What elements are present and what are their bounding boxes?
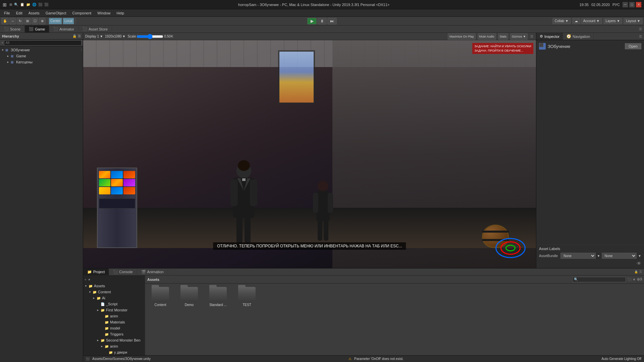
scale-tool[interactable]: ⊞ bbox=[24, 18, 31, 24]
rect-tool[interactable]: ☐ bbox=[32, 18, 38, 24]
tree-assets-root[interactable]: ▼ 📁 Assets bbox=[83, 283, 145, 289]
navigation-tab[interactable]: 🧭 Navigation bbox=[563, 33, 594, 40]
arrow-second-monster: ► bbox=[97, 339, 101, 342]
label-script: _Script bbox=[106, 302, 117, 306]
tab-asset-store[interactable]: ⬛ Asset Store bbox=[78, 25, 112, 33]
assets-star-icon[interactable]: ★ bbox=[633, 278, 636, 281]
step-button[interactable]: ⏭ bbox=[327, 18, 337, 24]
asset-bundle-value-dropdown[interactable]: None bbox=[602, 253, 637, 259]
add-icon-assets[interactable]: + bbox=[85, 278, 87, 282]
svg-rect-14 bbox=[318, 221, 322, 241]
local-button[interactable]: Local bbox=[63, 18, 74, 24]
tree-anim-1[interactable]: 📁 anim bbox=[83, 313, 145, 319]
favorites-icon[interactable]: ★ bbox=[88, 278, 91, 281]
hierarchy-search-input[interactable] bbox=[4, 40, 82, 46]
icon-game: ⊞ bbox=[11, 54, 15, 58]
layers-button[interactable]: Layers ▼ bbox=[603, 18, 623, 24]
tree-model-1[interactable]: 📁 model bbox=[83, 325, 145, 331]
tree-u-dveri[interactable]: 📁 у двери bbox=[83, 349, 145, 355]
assets-view-icon1[interactable]: ⬛ bbox=[627, 278, 631, 281]
tab-animator[interactable]: ⬛ Animator bbox=[49, 25, 78, 33]
right-panel-more[interactable]: ☰ bbox=[637, 33, 644, 40]
menu-bar: File Edit Assets GameObject Component Wi… bbox=[0, 9, 644, 17]
taskbar-icon-2[interactable]: 🔍 bbox=[14, 3, 18, 6]
taskbar-icon-4[interactable]: 📁 bbox=[26, 3, 30, 6]
tree-script[interactable]: 📄 _Script bbox=[83, 301, 145, 307]
layout-button[interactable]: Layout ▼ bbox=[624, 18, 643, 24]
asset-folder-standard[interactable]: Standard ... bbox=[206, 287, 230, 307]
hierarchy-more-icon[interactable]: ☰ bbox=[78, 34, 81, 38]
play-button[interactable]: ▶ bbox=[307, 18, 317, 24]
center-button[interactable]: Center bbox=[49, 18, 62, 24]
menu-gameobject[interactable]: GameObject bbox=[43, 10, 69, 16]
resolution-arrow: ▼ bbox=[122, 35, 126, 38]
tab-animation[interactable]: 🎬 Animation bbox=[137, 268, 168, 275]
tree-anim-2[interactable]: ► 📁 anim bbox=[83, 343, 145, 349]
tree-ai[interactable]: ► 📁 Ai bbox=[83, 295, 145, 301]
maximize-button[interactable]: □ bbox=[629, 2, 635, 7]
gizmos-button[interactable]: Gizmos ▼ bbox=[510, 33, 528, 40]
cloud-button[interactable]: ☁ bbox=[572, 18, 580, 24]
transform-tool[interactable]: ⊕ bbox=[39, 18, 46, 24]
zobuchenie-options[interactable]: ⋮ bbox=[80, 48, 83, 52]
tree-item-game[interactable]: ► ⊞ Game bbox=[0, 53, 83, 59]
svg-rect-5 bbox=[245, 216, 251, 243]
folder-label-test: TEST bbox=[243, 303, 251, 307]
tree-content[interactable]: ▼ 📁 Content bbox=[83, 289, 145, 295]
asset-folder-content[interactable]: Content bbox=[149, 287, 172, 307]
rotate-tool[interactable]: ↻ bbox=[17, 18, 23, 24]
stats-button[interactable]: Stats bbox=[498, 33, 508, 40]
close-button[interactable]: ✕ bbox=[636, 2, 641, 7]
account-button[interactable]: Account ▼ bbox=[581, 18, 602, 24]
more-icon-bottom[interactable]: ☰ bbox=[639, 270, 642, 274]
menu-help[interactable]: Help bbox=[114, 10, 127, 16]
asset-folder-demo[interactable]: Demo bbox=[177, 287, 201, 307]
scale-slider[interactable] bbox=[137, 35, 163, 38]
move-tool[interactable]: ↔ bbox=[9, 18, 16, 24]
label-katsceny: Катсцены bbox=[16, 60, 33, 64]
tree-item-zobuchenie[interactable]: ▼ ⊞ ЗОбучение ⋮ bbox=[0, 47, 83, 53]
asset-folder-test[interactable]: TEST bbox=[235, 287, 259, 307]
lock-icon-bottom: 🔒 bbox=[634, 270, 638, 274]
mute-audio-button[interactable]: Mute Audio bbox=[478, 33, 496, 40]
taskbar-icon-1[interactable]: ⊞ bbox=[9, 3, 12, 6]
tree-first-monster[interactable]: ► 📁 First Monster bbox=[83, 307, 145, 313]
center-panel: Display 1 ▼ 644x362 ▼ Scale 0.504: Max… bbox=[83, 33, 536, 268]
taskbar-icon-3[interactable]: 📋 bbox=[20, 3, 24, 6]
menu-window[interactable]: Window bbox=[95, 10, 113, 16]
game-view-more[interactable]: ☰ bbox=[530, 35, 534, 38]
tree-materials-1[interactable]: 📁 Materials bbox=[83, 319, 145, 325]
assets-count: ⚙9 bbox=[637, 278, 642, 281]
tree-item-katsceny[interactable]: ► ⊞ Катсцены bbox=[0, 59, 83, 65]
inspector-tab[interactable]: ⚙ Inspector bbox=[536, 33, 563, 40]
label-anim-2: anim bbox=[110, 344, 118, 348]
inspector-panel: ⚙ Inspector 🧭 Navigation ☰ ⬛ ЗОбучение O… bbox=[536, 33, 644, 268]
menu-file[interactable]: File bbox=[1, 10, 13, 16]
tree-second-monster[interactable]: ► 📁 Second Monster Ben bbox=[83, 337, 145, 343]
taskbar-icon-6[interactable]: ⬛ bbox=[38, 3, 42, 6]
menu-edit[interactable]: Edit bbox=[13, 10, 25, 16]
label-anim-1: anim bbox=[110, 314, 118, 318]
vending-items bbox=[98, 168, 137, 197]
asset-bundle-dropdown[interactable]: None bbox=[560, 253, 596, 259]
minimize-button[interactable]: ─ bbox=[623, 2, 628, 7]
tab-console[interactable]: ⬛ Console bbox=[109, 268, 137, 275]
hierarchy-add-icon[interactable]: + bbox=[1, 41, 3, 45]
assets-search-input[interactable] bbox=[572, 277, 626, 282]
tab-project[interactable]: 📁 Project bbox=[83, 268, 109, 275]
tab-more-icon[interactable]: ☰ bbox=[637, 25, 644, 33]
taskbar-icon-7[interactable]: ⬛ bbox=[44, 3, 48, 6]
hand-tool[interactable]: ✋ bbox=[1, 18, 9, 24]
inspector-open-button[interactable]: Open bbox=[625, 43, 641, 49]
tree-triggers[interactable]: 📁 Triggers bbox=[83, 331, 145, 337]
menu-assets[interactable]: Assets bbox=[26, 10, 42, 16]
display-label: Display 1 bbox=[85, 35, 99, 38]
taskbar-icon-5[interactable]: 🌐 bbox=[32, 3, 36, 6]
pause-button[interactable]: ⏸ bbox=[317, 18, 327, 24]
menu-component[interactable]: Component bbox=[69, 10, 94, 16]
maximize-on-play-button[interactable]: Maximize On Play bbox=[448, 33, 476, 40]
collab-button[interactable]: Collab ▼ bbox=[552, 18, 571, 24]
tab-game[interactable]: ⬛ Game bbox=[25, 25, 49, 33]
eye-icon[interactable]: 👁 bbox=[637, 261, 641, 266]
tab-scene[interactable]: ⬛ Scene bbox=[0, 25, 25, 33]
